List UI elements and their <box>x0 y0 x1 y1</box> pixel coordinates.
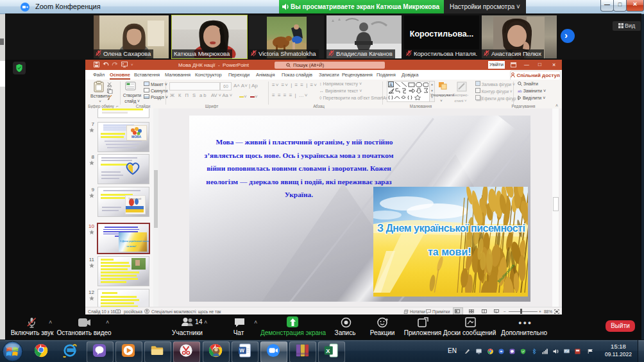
svg-text:МОВА: МОВА <box>131 135 141 139</box>
svg-text:Тлумачний: Тлумачний <box>128 197 141 200</box>
svg-text:A: A <box>389 83 393 87</box>
svg-text:W: W <box>239 348 244 354</box>
svg-text:X: X <box>326 348 330 354</box>
